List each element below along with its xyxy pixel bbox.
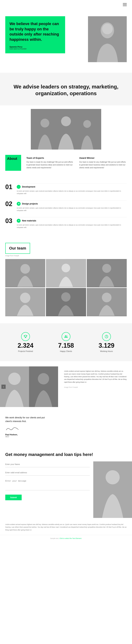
message-input[interactable] xyxy=(5,478,90,490)
item-1-header: ↑ Development xyxy=(17,185,127,189)
stats-section: 2.324 Projects Finished 7.158 Happy Clie… xyxy=(0,323,132,361)
about-col2-text: Our team is ready for any challenge! We … xyxy=(79,161,127,169)
signature-drawing xyxy=(5,426,19,432)
bottom-paragraph: Article evident arrived express highest … xyxy=(5,523,127,531)
team-photo-row xyxy=(0,106,132,150)
team-photo-placeholder xyxy=(31,109,101,150)
hero-author: Sammie Perry CEO and Co-Founder xyxy=(9,46,61,50)
svg-point-15 xyxy=(20,293,30,303)
footer: Sample text. Click to select the Text El… xyxy=(0,535,132,542)
footer-label: Sample text. xyxy=(50,538,60,539)
hero-section: We believe that people can be truly happ… xyxy=(0,9,132,73)
hero-heading: We believe that people can be truly happ… xyxy=(9,21,61,42)
cta-section: Get money management and loan tips here! xyxy=(0,445,132,457)
svg-point-24 xyxy=(8,372,21,385)
stat-hours-number: 3.129 xyxy=(99,342,114,349)
materials-icon: ✦ xyxy=(17,219,21,223)
about-left: About xyxy=(5,155,26,159)
stat-clients-label: Happy Clients xyxy=(60,350,72,352)
email-input[interactable] xyxy=(5,470,90,476)
slider-section: ‹ Article evident arrived express highes… xyxy=(0,361,132,407)
signature-text: We work directly for our clients and put… xyxy=(5,416,51,423)
footer-link[interactable]: Click to select the Text Element. xyxy=(60,538,82,539)
about-col1-text: Our team is ready for any challenge! We … xyxy=(26,161,74,169)
stat-clients: 7.158 Happy Clients xyxy=(46,332,86,352)
design-icon: ⚙ xyxy=(17,202,21,206)
navigation xyxy=(0,0,132,9)
bottom-text-block: Article evident arrived express highest … xyxy=(0,518,132,535)
our-team-box: Our team xyxy=(5,243,30,254)
stat-hours-label: Working Hours xyxy=(100,350,113,352)
about-col2-title: Award Winner xyxy=(79,157,127,159)
item-2-text: Ut enim ad minim veniam, quis nostrud ex… xyxy=(17,207,127,212)
grid-photo-6 xyxy=(87,288,127,316)
svg-point-26 xyxy=(38,373,49,384)
cta-heading: Get money management and loan tips here! xyxy=(5,452,127,457)
grid-photo-4 xyxy=(5,288,45,316)
form-image-row: Submit xyxy=(0,462,132,518)
svg-point-19 xyxy=(102,293,112,302)
svg-point-11 xyxy=(62,264,70,272)
item-2-header: ⚙ Design projects xyxy=(17,202,127,206)
hero-photo xyxy=(88,16,127,62)
slider-prev-arrow[interactable]: ‹ xyxy=(1,384,6,389)
numbered-item-2: 02 ⚙ Design projects Ut enim ad minim ve… xyxy=(5,200,127,212)
grid-photo-1 xyxy=(5,259,45,287)
about-col-1: Team of Experts Our team is ready for an… xyxy=(26,157,74,169)
team-photo xyxy=(31,109,101,150)
number-02: 02 xyxy=(5,200,13,208)
name-input[interactable] xyxy=(5,462,90,467)
signature-role: SEO xyxy=(5,436,127,438)
slider-image-2 xyxy=(29,366,58,407)
footer-text: Sample text. Click to select the Text El… xyxy=(2,538,130,539)
slider-text: Article evident arrived express highest … xyxy=(60,366,132,407)
contact-form: Submit xyxy=(5,462,93,500)
svg-point-17 xyxy=(61,292,70,302)
our-team-heading: Our team xyxy=(9,246,26,250)
slider-freepik-label: Image from Freepik xyxy=(64,386,128,388)
svg-point-20 xyxy=(65,335,66,336)
number-03: 03 xyxy=(5,217,13,224)
submit-button[interactable]: Submit xyxy=(5,494,22,500)
about-col-2: Award Winner Our team is ready for any c… xyxy=(79,157,127,169)
signature-section: We work directly for our clients and put… xyxy=(0,407,132,445)
grid-photo-5 xyxy=(46,288,86,316)
hero-left: We believe that people can be truly happ… xyxy=(5,16,84,53)
item-1-title: Development xyxy=(22,186,35,188)
hero-green-box: We believe that people can be truly happ… xyxy=(5,16,65,53)
item-1-content: ↑ Development Ut enim ad minim veniam, q… xyxy=(17,183,127,195)
svg-point-28 xyxy=(106,470,120,484)
people-icon-circle xyxy=(62,332,70,341)
item-3-content: ✦ New materials Ut enim ad minim veniam,… xyxy=(17,217,127,229)
svg-point-21 xyxy=(66,336,67,336)
stat-clients-number: 7.158 xyxy=(58,342,74,349)
author-title: CEO and Co-Founder xyxy=(9,48,61,50)
item-3-text: Ut enim ad minim veniam, quis nostrud ex… xyxy=(17,224,127,229)
trophy-icon-circle xyxy=(21,332,30,341)
advise-heading: We advise leaders on strategy, marketing… xyxy=(10,83,122,96)
svg-point-3 xyxy=(102,24,113,34)
clock-icon xyxy=(105,335,108,338)
author-name: Sammie Perry xyxy=(9,46,61,48)
numbered-item-1: 01 ↑ Development Ut enim ad minim veniam… xyxy=(5,183,127,195)
grid-photo-2 xyxy=(46,259,86,287)
numbered-item-3: 03 ✦ New materials Ut enim ad minim veni… xyxy=(5,217,127,229)
signature-name: Paul Hudson, xyxy=(5,434,127,436)
hero-right xyxy=(88,16,127,62)
photo-grid xyxy=(5,259,127,316)
stat-projects: 2.324 Projects Finished xyxy=(5,332,46,352)
numbered-section: 01 ↑ Development Ut enim ad minim veniam… xyxy=(0,176,132,239)
our-team-section: Our team Image from Freepik xyxy=(0,239,132,256)
svg-point-9 xyxy=(20,264,30,274)
svg-point-5 xyxy=(41,119,49,128)
advise-section: We advise leaders on strategy, marketing… xyxy=(0,73,132,106)
slider-paragraph: Article evident arrived express highest … xyxy=(64,370,128,383)
grid-photo-3 xyxy=(87,259,127,287)
hamburger-menu[interactable] xyxy=(123,3,127,6)
svg-point-13 xyxy=(102,264,111,273)
person-silhouette xyxy=(88,16,127,62)
development-icon: ↑ xyxy=(17,185,21,189)
stat-hours: 3.129 Working Hours xyxy=(86,332,127,352)
item-3-header: ✦ New materials xyxy=(17,219,127,223)
about-section: About Team of Experts Our team is ready … xyxy=(0,150,132,176)
